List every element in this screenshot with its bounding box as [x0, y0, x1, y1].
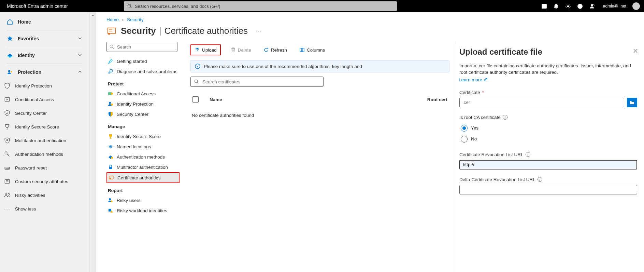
protect-heading: Protect — [106, 77, 180, 89]
auth-icon — [108, 154, 113, 160]
search-certs-input[interactable] — [202, 79, 320, 84]
refresh-button[interactable]: Refresh — [261, 46, 290, 54]
identity-icon — [7, 52, 13, 58]
sidebar-item-mfa[interactable]: Multifactor authentication — [0, 134, 89, 147]
subnav-auth-methods[interactable]: Authentication methods — [106, 152, 180, 162]
settings-icon[interactable] — [565, 3, 571, 9]
svg-rect-15 — [5, 179, 10, 183]
mfa-icon — [4, 137, 10, 144]
browse-button[interactable] — [627, 98, 637, 107]
sidebar-item-password-reset[interactable]: Password reset — [0, 161, 89, 175]
subnav-risky-users[interactable]: Risky users — [106, 195, 180, 205]
info-notice: Please make sure to use one of the recom… — [190, 60, 449, 72]
info-icon[interactable]: i — [526, 152, 530, 157]
wrench-icon — [108, 69, 113, 74]
help-icon[interactable] — [577, 3, 583, 9]
global-search[interactable]: Search resources, services, and docs (G+… — [124, 1, 397, 11]
upload-panel: Upload certificate file Import a .cer fi… — [455, 42, 644, 272]
subnav-identity-protection[interactable]: Identity Protection — [106, 99, 180, 109]
subnav-mfa[interactable]: Multifactor authentication — [106, 162, 180, 172]
sidebar-item-security-center[interactable]: Security Center — [0, 106, 89, 120]
avatar[interactable] — [632, 2, 640, 10]
svg-point-9 — [6, 139, 8, 140]
upload-button[interactable]: Upload — [190, 44, 221, 55]
delete-button: Delete — [228, 46, 254, 54]
cloudshell-icon[interactable] — [541, 3, 547, 9]
notifications-icon[interactable] — [553, 3, 559, 9]
svg-point-6 — [8, 70, 10, 72]
subnav-named-locations[interactable]: Named locations — [106, 141, 180, 152]
cert-icon — [109, 175, 114, 180]
breadcrumb-security[interactable]: Security — [127, 17, 144, 22]
password-icon — [4, 165, 10, 171]
folder-icon — [629, 100, 635, 105]
subnav-secure-score[interactable]: Identity Secure Score — [106, 131, 180, 141]
sidebar-favorites[interactable]: Favorites — [0, 32, 89, 45]
conditional-icon — [108, 91, 113, 96]
sidebar-item-custom-attrs[interactable]: Custom security attributes — [0, 175, 89, 188]
sidebar-item-auth-methods[interactable]: Authentication methods — [0, 147, 89, 161]
svg-point-36 — [195, 80, 198, 83]
col-root[interactable]: Root cert — [427, 97, 447, 102]
learn-more-link[interactable]: Learn more — [459, 77, 488, 82]
sidebar-identity[interactable]: Identity — [0, 49, 89, 62]
svg-point-31 — [110, 178, 111, 179]
select-all-checkbox[interactable] — [192, 96, 199, 103]
sidebar-protection[interactable]: Protection — [0, 65, 89, 79]
info-icon[interactable]: i — [503, 115, 507, 120]
info-icon[interactable]: i — [538, 177, 542, 182]
svg-point-7 — [11, 71, 12, 72]
subnav-search[interactable] — [106, 42, 177, 52]
content-area: Home › Security Security | Certificate a… — [96, 12, 644, 272]
more-icon[interactable]: ··· — [256, 27, 261, 35]
delete-icon — [230, 47, 236, 53]
user-shield-icon — [108, 101, 113, 107]
subnav-getting-started[interactable]: Getting started — [106, 56, 180, 66]
close-button[interactable] — [633, 49, 638, 54]
subnav-diagnose[interactable]: Diagnose and solve problems — [106, 66, 180, 77]
sidebar-show-less[interactable]: ···Show less — [0, 202, 89, 216]
subnav-risky-workload[interactable]: Risky workload identities — [106, 205, 180, 216]
delta-input[interactable] — [459, 185, 637, 194]
blade-subnav: « Getting started Diagnose and solve pro… — [96, 42, 182, 272]
svg-line-23 — [113, 47, 114, 49]
sidebar-home[interactable]: Home — [0, 15, 89, 29]
delta-field: Delta Certificate Revocation List URL i — [459, 177, 637, 194]
columns-button[interactable]: Columns — [297, 46, 328, 54]
subnav-search-input[interactable] — [117, 44, 174, 50]
user-label[interactable]: admin@ .net — [603, 4, 626, 9]
scrollbar[interactable] — [89, 12, 96, 272]
sidebar-item-conditional-access[interactable]: Conditional Access — [0, 93, 89, 106]
left-sidebar: Home Favorites Identity Protection Ident… — [0, 12, 89, 272]
sidebar-item-secure-score[interactable]: Identity Secure Score — [0, 120, 89, 134]
radio-yes[interactable]: Yes — [459, 123, 637, 134]
manage-heading: Manage — [106, 119, 180, 131]
breadcrumb-home[interactable]: Home — [106, 17, 119, 22]
radio-no[interactable]: No — [459, 134, 637, 145]
col-name[interactable]: Name — [210, 97, 222, 102]
empty-message: No certificate authorities found — [190, 106, 449, 125]
search-certs[interactable] — [190, 77, 324, 87]
feedback-icon[interactable] — [589, 3, 595, 9]
page-subtitle: Certificate authorities — [164, 26, 248, 36]
risky-icon — [4, 192, 10, 198]
subnav-cert-authorities[interactable]: Certificate authorities — [106, 172, 180, 183]
svg-point-5 — [591, 4, 593, 6]
key-icon — [4, 151, 10, 157]
crl-input[interactable] — [459, 160, 637, 169]
refresh-icon — [263, 47, 269, 53]
search-icon — [127, 4, 132, 9]
svg-rect-19 — [109, 29, 112, 30]
subnav-security-center[interactable]: Security Center — [106, 109, 180, 119]
page-title: Security — [121, 26, 156, 36]
sidebar-item-risky[interactable]: Risky activities — [0, 188, 89, 202]
cert-file-input[interactable] — [459, 98, 624, 107]
sidebar-item-identity-protection[interactable]: Identity Protection — [0, 79, 89, 93]
svg-line-37 — [197, 82, 198, 83]
security-icon — [4, 110, 10, 116]
svg-line-1 — [130, 7, 131, 8]
attrs-icon — [4, 178, 10, 185]
shield-icon — [108, 111, 113, 117]
upload-icon — [195, 47, 200, 53]
subnav-conditional-access[interactable]: Conditional Access — [106, 89, 180, 99]
